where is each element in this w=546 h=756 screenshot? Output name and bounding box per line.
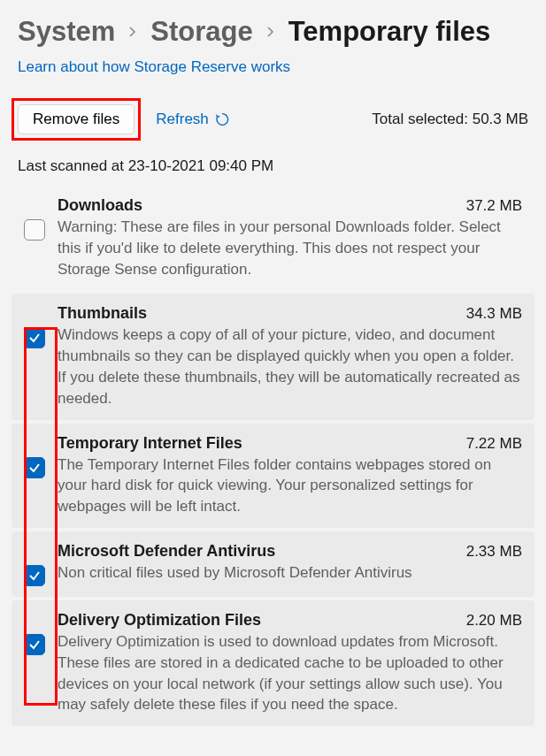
check-icon [28, 569, 41, 582]
item-size: 7.22 MB [466, 435, 522, 453]
learn-link[interactable]: Learn about how Storage Reserve works [18, 58, 290, 76]
item-description: Windows keeps a copy of all of your pict… [58, 325, 522, 409]
items-list: Downloads 37.2 MB Warning: These are fil… [12, 186, 534, 726]
refresh-button[interactable]: Refresh [156, 111, 230, 128]
checkbox[interactable] [24, 327, 45, 348]
refresh-label: Refresh [156, 111, 209, 128]
checkbox[interactable] [24, 634, 45, 655]
breadcrumb: System Storage Temporary files [18, 16, 528, 48]
chevron-right-icon [265, 23, 276, 42]
breadcrumb-storage[interactable]: Storage [150, 16, 252, 48]
item-size: 34.3 MB [466, 305, 522, 323]
check-icon [28, 332, 41, 344]
item-description: Warning: These are files in your persona… [58, 217, 522, 279]
remove-files-button[interactable]: Remove files [18, 104, 135, 134]
list-item[interactable]: Downloads 37.2 MB Warning: These are fil… [12, 186, 534, 290]
item-description: Non critical files used by Microsoft Def… [58, 562, 522, 584]
item-title: Downloads [58, 196, 142, 215]
last-scanned: Last scanned at 23-10-2021 09:40 PM [18, 157, 528, 175]
refresh-icon [214, 111, 230, 127]
item-description: The Temporary Internet Files folder cont… [58, 454, 522, 517]
item-title: Temporary Internet Files [58, 434, 242, 453]
list-item[interactable]: Microsoft Defender Antivirus 2.33 MB Non… [12, 531, 534, 597]
item-size: 2.20 MB [466, 612, 522, 630]
item-title: Thumbnails [58, 304, 147, 323]
highlight-remove-button: Remove files [12, 98, 141, 141]
checkbox[interactable] [24, 219, 45, 241]
list-item[interactable]: Thumbnails 34.3 MB Windows keeps a copy … [12, 294, 534, 419]
checkbox[interactable] [24, 457, 45, 478]
total-selected: Total selected: 50.3 MB [372, 111, 528, 128]
checkbox[interactable] [24, 565, 45, 586]
list-item[interactable]: Delivery Optimization Files 2.20 MB Deli… [12, 600, 534, 726]
chevron-right-icon [127, 23, 138, 42]
check-icon [28, 638, 41, 651]
breadcrumb-current: Temporary files [288, 16, 491, 48]
item-title: Microsoft Defender Antivirus [58, 542, 275, 561]
list-item[interactable]: Temporary Internet Files 7.22 MB The Tem… [12, 424, 534, 528]
item-title: Delivery Optimization Files [58, 611, 261, 630]
check-icon [28, 462, 41, 474]
item-size: 37.2 MB [466, 197, 522, 215]
item-size: 2.33 MB [466, 543, 522, 561]
breadcrumb-system[interactable]: System [18, 16, 115, 48]
item-description: Delivery Optimization is used to downloa… [58, 631, 522, 715]
